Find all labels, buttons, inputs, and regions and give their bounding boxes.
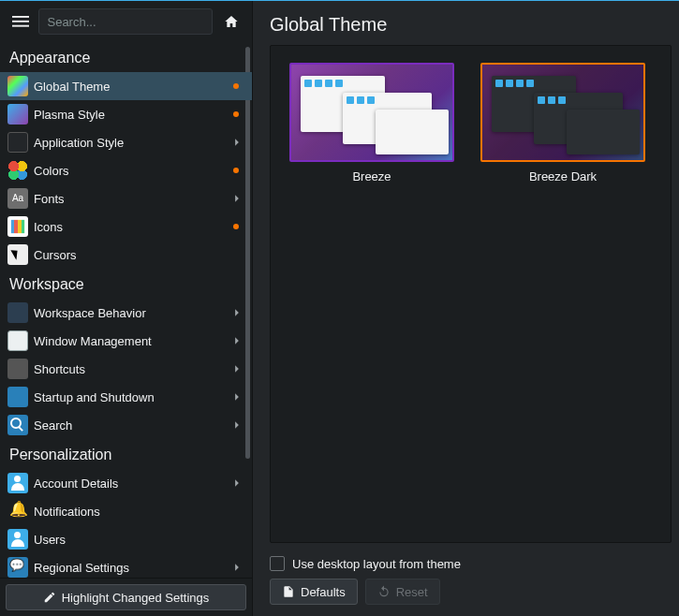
sidebar-item-search[interactable]: Search: [0, 411, 252, 439]
global-icon: [7, 76, 28, 96]
section-header: Workspace: [0, 269, 252, 299]
search-input[interactable]: [38, 8, 213, 35]
button-row: Defaults Reset: [253, 579, 679, 616]
use-layout-checkbox[interactable]: [270, 556, 285, 571]
notif-icon: [7, 501, 28, 521]
sidebar-item-account-details[interactable]: Account Details: [0, 469, 252, 497]
theme-card-breeze[interactable]: Breeze: [288, 63, 456, 525]
chevron-right-icon: [229, 560, 244, 575]
chevron-right-icon: [229, 389, 244, 404]
sidebar-item-label: Colors: [34, 164, 233, 178]
chevron-right-icon: [229, 418, 244, 433]
chevron-right-icon: [229, 191, 244, 206]
sidebar-item-label: Fonts: [34, 192, 229, 206]
changed-dot-icon: [233, 111, 239, 117]
search-icon: [7, 415, 28, 435]
sidebar-item-plasma-style[interactable]: Plasma Style: [0, 100, 252, 128]
svg-rect-2: [12, 25, 29, 27]
shortcuts-icon: [7, 359, 28, 379]
sidebar-item-label: Regional Settings: [34, 561, 229, 575]
highlight-changed-button[interactable]: Highlight Changed Settings: [6, 584, 246, 610]
workbeh-icon: [7, 302, 28, 323]
cursors-icon: [7, 244, 28, 265]
chevron-right-icon: [229, 305, 244, 320]
chevron-right-icon: [229, 361, 244, 376]
fonts-icon: Aa: [7, 188, 28, 209]
use-layout-label: Use desktop layout from theme: [292, 557, 461, 571]
sidebar-item-cursors[interactable]: Cursors: [0, 241, 252, 269]
chevron-right-icon: [229, 333, 244, 348]
theme-thumbnail: [289, 63, 454, 162]
sidebar-item-shortcuts[interactable]: Shortcuts: [0, 355, 252, 383]
theme-card-breeze-dark[interactable]: Breeze Dark: [479, 63, 647, 525]
section-header: Appearance: [0, 42, 252, 72]
startup-icon: [7, 387, 28, 407]
theme-panel: BreezeBreeze Dark: [270, 45, 672, 543]
sidebar-item-startup-and-shutdown[interactable]: Startup and Shutdown: [0, 383, 252, 411]
sidebar-list: AppearanceGlobal ThemePlasma StyleApplic…: [0, 42, 252, 578]
highlight-changed-label: Highlight Changed Settings: [62, 591, 210, 605]
account-icon: [7, 473, 28, 493]
sidebar-item-window-management[interactable]: Window Management: [0, 327, 252, 355]
sidebar-item-colors[interactable]: Colors: [0, 156, 252, 184]
section-header: Personalization: [0, 439, 252, 469]
sidebar-item-label: Icons: [34, 220, 233, 234]
sidebar-item-users[interactable]: Users: [0, 525, 252, 553]
svg-rect-1: [12, 21, 29, 22]
colors-icon: [7, 160, 28, 181]
sidebar-item-label: Shortcuts: [34, 362, 229, 376]
sidebar-item-workspace-behavior[interactable]: Workspace Behavior: [0, 299, 252, 327]
sidebar-item-global-theme[interactable]: Global Theme: [0, 72, 252, 100]
theme-thumbnail: [480, 63, 645, 162]
defaults-button[interactable]: Defaults: [270, 579, 358, 605]
sidebar-item-notifications[interactable]: Notifications: [0, 497, 252, 525]
winmgmt-icon: [7, 330, 28, 351]
use-layout-row: Use desktop layout from theme: [253, 550, 679, 579]
page-title: Global Theme: [253, 1, 679, 45]
theme-label: Breeze: [352, 169, 391, 183]
sidebar-topbar: [0, 1, 252, 42]
sidebar: AppearanceGlobal ThemePlasma StyleApplic…: [0, 1, 253, 616]
defaults-label: Defaults: [301, 585, 346, 599]
theme-label: Breeze Dark: [529, 169, 597, 183]
hamburger-icon[interactable]: [7, 8, 33, 35]
home-button[interactable]: [218, 8, 244, 35]
reset-label: Reset: [396, 585, 428, 599]
users-icon: [7, 529, 28, 550]
sidebar-item-icons[interactable]: Icons: [0, 213, 252, 241]
sidebar-item-label: Account Details: [34, 477, 229, 491]
sidebar-item-label: Application Style: [34, 136, 229, 150]
sidebar-item-regional-settings[interactable]: Regional Settings: [0, 553, 252, 578]
plasma-icon: [7, 104, 28, 125]
sidebar-item-fonts[interactable]: AaFonts: [0, 184, 252, 213]
main-content: Global Theme BreezeBreeze Dark Use deskt…: [253, 1, 679, 616]
changed-dot-icon: [233, 168, 239, 173]
sidebar-item-label: Notifications: [34, 505, 244, 519]
sidebar-item-label: Global Theme: [34, 80, 233, 94]
chevron-right-icon: [229, 476, 244, 491]
changed-dot-icon: [233, 83, 239, 89]
sidebar-item-label: Window Management: [34, 334, 229, 348]
sidebar-item-label: Cursors: [34, 248, 244, 262]
sidebar-item-label: Plasma Style: [34, 108, 233, 122]
appstyle-icon: [7, 132, 28, 153]
sidebar-item-label: Search: [34, 418, 229, 433]
sidebar-item-label: Startup and Shutdown: [34, 390, 229, 404]
sidebar-item-label: Workspace Behavior: [34, 306, 229, 320]
reset-button: Reset: [365, 579, 440, 605]
sidebar-footer: Highlight Changed Settings: [0, 578, 252, 616]
changed-dot-icon: [233, 224, 239, 229]
sidebar-item-label: Users: [34, 533, 244, 547]
chevron-right-icon: [229, 135, 244, 150]
svg-rect-0: [12, 16, 29, 18]
icons-icon: [7, 216, 28, 237]
app-root: AppearanceGlobal ThemePlasma StyleApplic…: [0, 1, 679, 616]
regional-icon: [7, 557, 28, 578]
sidebar-item-application-style[interactable]: Application Style: [0, 128, 252, 156]
